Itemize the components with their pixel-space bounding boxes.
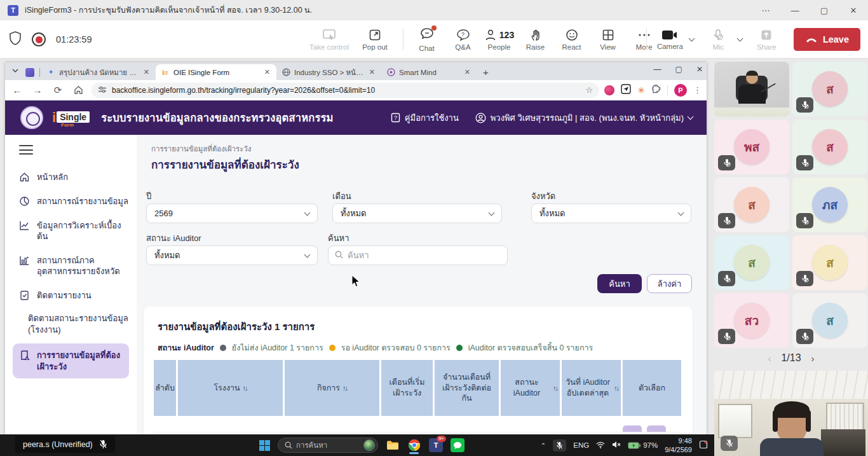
speaker-muted-icon[interactable]: [612, 441, 621, 450]
clear-button[interactable]: ล้างค่า: [647, 274, 692, 293]
tab-oie-isingle-form[interactable]: i≡ OIE ISingle Form ✕: [156, 64, 276, 80]
sort-icon[interactable]: ↑↓: [342, 383, 347, 393]
people-button[interactable]: 123 People: [481, 22, 517, 57]
tab-search-chevron-icon[interactable]: [11, 66, 19, 77]
view-button[interactable]: View: [590, 22, 626, 57]
column-header-business[interactable]: กิจการ↑↓: [285, 360, 381, 416]
site-settings-icon[interactable]: [98, 85, 107, 96]
raise-hand-button[interactable]: Raise: [517, 22, 553, 57]
sort-icon[interactable]: ↑↓: [553, 383, 557, 393]
search-field[interactable]: [328, 245, 508, 265]
participant-tile[interactable]: พส: [714, 120, 789, 174]
teams-taskbar-icon[interactable]: T 9+: [429, 438, 443, 452]
participant-tile[interactable]: ส: [792, 120, 867, 174]
react-button[interactable]: React: [553, 22, 590, 57]
sort-icon[interactable]: ↑↓: [614, 383, 618, 393]
extension-icon-starburst[interactable]: ✳: [637, 85, 645, 95]
sidebar-item-province-industry[interactable]: สถานการณ์ภาคอุตสาหกรรมรายจังหวัด: [5, 249, 137, 284]
province-select[interactable]: ทั้งหมด: [531, 204, 691, 223]
row-action-button[interactable]: [623, 425, 642, 432]
participant-tile[interactable]: ภส: [792, 177, 867, 232]
window-close-button[interactable]: ✕: [839, 0, 868, 20]
participant-tile[interactable]: ส: [714, 177, 789, 232]
browser-minimize-button[interactable]: —: [654, 65, 661, 74]
extension-icon-pink[interactable]: [604, 85, 614, 95]
file-explorer-icon[interactable]: [386, 438, 400, 452]
sidebar-item-track-factory-status[interactable]: ติดตามสถานะรายงานข้อมูล (โรงงาน): [5, 308, 137, 341]
tray-mic-muted-icon[interactable]: [553, 439, 566, 452]
camera-options-chevron-icon[interactable]: [688, 35, 695, 41]
sidebar-item-analysis[interactable]: ข้อมูลการวิเคราะห์เบื้องต้น: [5, 214, 137, 249]
tab-close-icon[interactable]: ✕: [142, 68, 151, 76]
mic-options-chevron-icon[interactable]: [736, 35, 743, 41]
column-header-iauditor-status[interactable]: สถานะ iAuditor↑↓: [501, 360, 562, 416]
month-select[interactable]: ทั้งหมด: [332, 204, 502, 223]
new-tab-button[interactable]: +: [483, 67, 489, 78]
home-icon[interactable]: [70, 82, 86, 99]
column-header-iauditor-updated[interactable]: วันที่ iAuditor อัปเดตล่าสุด↑↓: [562, 360, 623, 416]
address-bar[interactable]: backoffice.isingleform.go.th/tracking/ir…: [92, 83, 599, 98]
extensions-puzzle-icon[interactable]: [651, 84, 661, 96]
sidebar-item-track-reports[interactable]: ติดตามรายงาน: [5, 284, 137, 308]
user-menu[interactable]: พวงพิศ วิเศษสุวรรณภูมิ | สอจ. (พนง.จนท. …: [475, 111, 693, 125]
sidebar-item-home[interactable]: หน้าหลัก: [5, 165, 137, 190]
pinned-tab-icon[interactable]: [25, 68, 34, 77]
search-button[interactable]: ค้นหา: [597, 274, 642, 293]
sort-icon[interactable]: ↑↓: [243, 383, 247, 393]
taskbar-search[interactable]: การค้นหา: [278, 438, 378, 453]
sidebar-item-report-status[interactable]: สถานการณ์รายงานข้อมูล: [5, 190, 137, 214]
participant-video-tile[interactable]: [714, 62, 789, 116]
window-more-button[interactable]: ⋯: [751, 0, 780, 20]
windows-start-button[interactable]: [259, 440, 270, 451]
year-select[interactable]: 2569: [146, 204, 318, 223]
battery-indicator[interactable]: 97%: [628, 441, 658, 449]
notification-bell-icon[interactable]: [699, 440, 708, 450]
qna-button[interactable]: ? Q&A: [445, 22, 481, 57]
pop-out-button[interactable]: Pop out: [352, 22, 398, 57]
tray-clock[interactable]: 9:48 9/4/2569: [665, 436, 692, 455]
iauditor-status-select[interactable]: ทั้งหมด: [146, 245, 318, 265]
mic-button[interactable]: Mic: [700, 22, 736, 57]
sidebar-item-irregularity-report[interactable]: การรายงานข้อมูลที่ต้องเฝ้าระวัง: [13, 343, 129, 378]
tab-close-icon[interactable]: ✕: [368, 68, 376, 76]
chrome-icon[interactable]: [407, 438, 421, 452]
bookmark-star-icon[interactable]: ☆: [586, 85, 593, 95]
line-app-icon[interactable]: [451, 438, 465, 452]
site-header: i Single Form ระบบรายงานข้อมูลกลางของกระ…: [5, 100, 707, 135]
wifi-icon[interactable]: [596, 441, 605, 450]
participant-tile[interactable]: ส: [792, 62, 867, 116]
browser-close-button[interactable]: ✕: [696, 65, 703, 74]
forward-icon[interactable]: →: [29, 82, 46, 99]
reload-icon[interactable]: ⟳: [50, 82, 66, 99]
self-view-video[interactable]: [714, 371, 868, 456]
window-maximize-button[interactable]: ▢: [810, 0, 839, 20]
tab-gemini[interactable]: ✦ สรุปงานค้าง นัดหมาย และอีเมล - Go ✕: [41, 64, 156, 80]
tray-language[interactable]: ENG: [573, 441, 589, 449]
participant-tile[interactable]: ส: [792, 293, 867, 348]
participant-tile[interactable]: สว: [714, 293, 789, 348]
column-header-factory[interactable]: โรงงาน↑↓: [178, 360, 285, 416]
back-icon[interactable]: ←: [9, 82, 25, 99]
svg-text:?: ?: [394, 114, 397, 121]
tab-close-icon[interactable]: ✕: [263, 68, 271, 76]
camera-button[interactable]: Camera: [652, 22, 688, 57]
manual-link[interactable]: ? คู่มือการใช้งาน: [391, 111, 459, 125]
page-previous-icon[interactable]: ‹: [768, 353, 771, 364]
tab-smart-mind[interactable]: Smart Mind ✕: [381, 64, 477, 80]
leave-button[interactable]: Leave: [794, 28, 860, 51]
tab-close-icon[interactable]: ✕: [463, 68, 471, 76]
chat-button[interactable]: Chat: [409, 22, 445, 57]
window-minimize-button[interactable]: —: [780, 0, 810, 20]
browser-menu-icon[interactable]: ⋮: [693, 85, 702, 95]
search-input[interactable]: [348, 251, 501, 260]
extension-icon-send[interactable]: [621, 84, 631, 97]
browser-restore-button[interactable]: ▢: [675, 65, 682, 74]
tab-industry-sso[interactable]: Industry SSO > หน้าหลัก ✕: [276, 64, 381, 80]
row-action-button[interactable]: [647, 425, 666, 432]
participant-tile[interactable]: ส: [714, 235, 789, 290]
tray-hidden-icons-chevron[interactable]: ⌃: [541, 442, 546, 449]
hamburger-menu-icon[interactable]: [19, 145, 33, 155]
participant-tile[interactable]: ส: [792, 235, 867, 290]
page-next-icon[interactable]: ›: [811, 353, 815, 364]
browser-profile-avatar[interactable]: P: [674, 84, 687, 97]
